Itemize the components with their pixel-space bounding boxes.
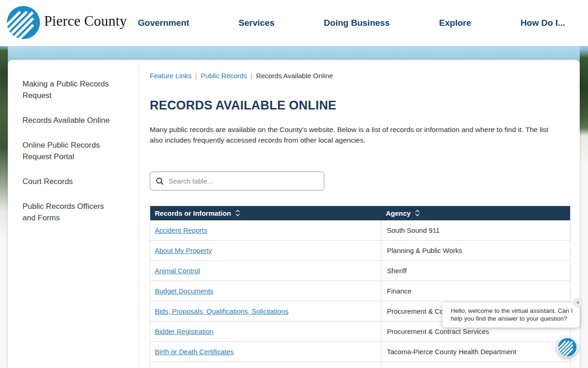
breadcrumb-link-public-records[interactable]: Public Records [201, 72, 247, 80]
intro-paragraph: Many public records are available on the… [150, 124, 554, 145]
column-header-agency[interactable]: Agency [381, 206, 571, 220]
column-header-label: Agency [386, 209, 411, 217]
agency-cell: South Sound 911 [381, 220, 571, 241]
agency-cell: Tacoma-Pierce County Health Department [381, 342, 571, 362]
breadcrumb-separator: | [195, 72, 197, 80]
sidebar-nav: Making a Public Records Request Records … [23, 78, 128, 237]
record-link-about-my-property[interactable]: About My Property [155, 247, 212, 254]
search-input[interactable] [169, 177, 318, 185]
column-header-label: Records or Information [155, 209, 231, 217]
page-title: RECORDS AVAILABLE ONLINE [150, 98, 571, 112]
breadcrumb-current: Records Available Online [256, 72, 333, 80]
brand-name[interactable]: Pierce County [44, 13, 127, 29]
nav-item-explore[interactable]: Explore [439, 18, 471, 28]
top-nav: Government Services Doing Business Explo… [138, 0, 565, 46]
sidebar-item-online-public-records-request-portal[interactable]: Online Public Records Request Portal [23, 139, 119, 162]
agency-cell: Planning & Public Works [381, 241, 571, 261]
virtual-assistant-message: Hello, welcome to the virtual assistant.… [451, 307, 573, 322]
virtual-assistant-bubble: Hello, welcome to the virtual assistant.… [442, 303, 580, 328]
close-icon[interactable]: × [573, 298, 582, 307]
search-icon [156, 177, 164, 185]
breadcrumb-link-feature-links[interactable]: Feature Links [150, 72, 192, 80]
sort-icon[interactable] [235, 209, 241, 217]
nav-item-government[interactable]: Government [138, 18, 189, 28]
breadcrumb-separator: | [251, 72, 253, 80]
table-row: About My Property Planning & Public Work… [150, 241, 571, 261]
sidebar-item-records-available-online[interactable]: Records Available Online [23, 115, 119, 126]
breadcrumb: Feature Links | Public Records | Records… [150, 72, 571, 80]
virtual-assistant-button[interactable] [557, 337, 577, 357]
sort-icon[interactable] [414, 209, 420, 217]
column-header-records-or-information[interactable]: Records or Information [150, 206, 381, 220]
table-row: Birth or Death Certificates Tacoma-Pierc… [150, 342, 571, 362]
table-row: Budget Documents Finance [150, 281, 571, 301]
sidebar-item-public-records-officers-and-forms[interactable]: Public Records Officers and Forms [23, 201, 119, 224]
record-link-accident-reports[interactable]: Accident Reports [155, 226, 207, 234]
table-row: Accident Reports South Sound 911 [150, 220, 571, 241]
table-row: Building Applications/Permits Planning &… [150, 362, 571, 368]
sidebar-item-making-a-public-records-request[interactable]: Making a Public Records Request [23, 78, 119, 101]
table-header-row: Records or Information Agency [150, 206, 571, 220]
record-link-budget-documents[interactable]: Budget Documents [155, 287, 214, 295]
agency-cell: Planning & Public Works [381, 362, 571, 368]
pierce-county-logo-icon[interactable] [7, 6, 40, 39]
agency-cell: Finance [381, 281, 571, 301]
table-row: Animal Control Sheriff [150, 261, 571, 281]
record-link-birth-or-death-certificates[interactable]: Birth or Death Certificates [155, 348, 234, 356]
record-link-animal-control[interactable]: Animal Control [155, 267, 200, 275]
sidebar-item-court-records[interactable]: Court Records [23, 176, 119, 187]
record-link-bidder-registration[interactable]: Bidder Registration [155, 328, 214, 335]
site-header: Pierce County Government Services Doing … [0, 0, 588, 46]
hero-trees-left [0, 46, 8, 368]
sidebar-divider [139, 63, 139, 368]
nav-item-doing-business[interactable]: Doing Business [324, 18, 390, 28]
nav-item-services[interactable]: Services [238, 18, 274, 28]
record-link-bids-proposals-qualifications-solicitations[interactable]: Bids, Proposals, Qualifications, Solicit… [155, 307, 288, 315]
table-search-box[interactable] [150, 172, 324, 190]
agency-cell: Sheriff [381, 261, 571, 281]
nav-item-how-do-i[interactable]: How Do I... [520, 18, 565, 28]
records-table: Records or Information Agency [150, 206, 571, 368]
hero-trees-right [580, 46, 588, 368]
